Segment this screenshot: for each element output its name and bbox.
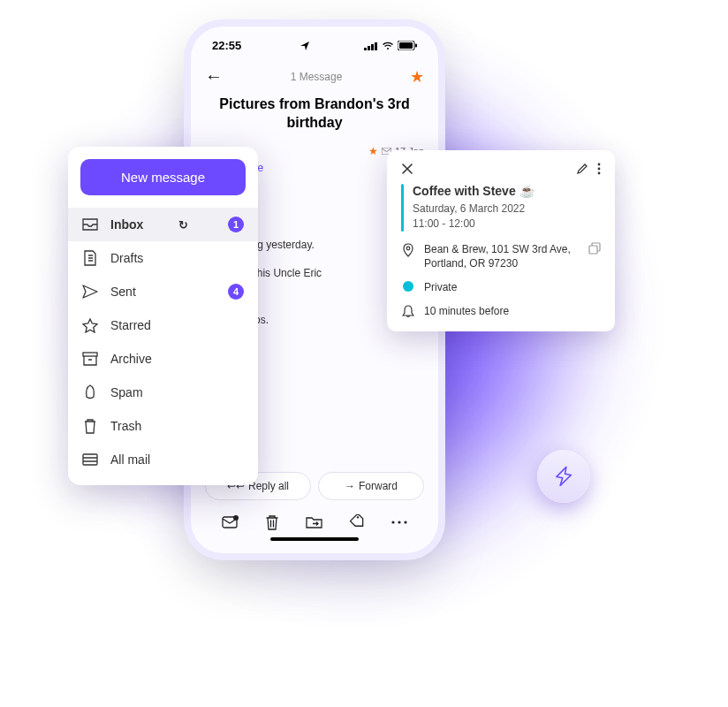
svg-rect-5 [399,42,413,49]
svg-rect-2 [371,44,374,50]
sidebar-label: Archive [110,352,152,366]
label-icon[interactable] [350,514,366,530]
archive-icon [82,351,98,367]
more-vertical-icon[interactable] [597,163,601,175]
signal-icon [364,42,378,50]
svg-point-16 [598,163,601,166]
refresh-icon[interactable]: ↻ [178,218,188,232]
svg-rect-1 [368,46,370,50]
wifi-icon [382,42,394,50]
inbox-icon [82,217,98,232]
event-location: Bean & Brew, 101 SW 3rd Ave,Portland, OR… [424,242,571,272]
svg-point-11 [392,521,395,523]
location-icon [401,243,415,257]
sent-icon [82,284,98,300]
svg-rect-6 [415,44,417,48]
sidebar-item-drafts[interactable]: Drafts [68,241,258,275]
event-date: Saturday, 6 March 2022 [413,201,535,217]
sidebar-item-spam[interactable]: Spam [68,376,258,409]
sent-badge: 4 [228,284,244,300]
sidebar-item-sent[interactable]: Sent 4 [68,275,258,308]
spam-icon [82,384,98,400]
svg-point-19 [406,247,410,250]
sidebar-item-all-mail[interactable]: All mail [68,443,258,476]
copy-icon[interactable] [588,242,601,255]
inbox-badge: 1 [228,217,244,232]
all-mail-icon [82,452,98,468]
home-indicator[interactable] [270,537,359,541]
back-button[interactable]: ← [205,66,223,87]
sidebar: New message Inbox ↻ 1 Drafts Sent 4 Star… [68,147,258,485]
svg-rect-14 [83,353,97,356]
visibility-dot-icon [401,281,415,292]
event-card: Coffee with Steve ☕ Saturday, 6 March 20… [387,150,615,331]
more-icon[interactable] [391,521,407,524]
svg-point-17 [598,168,601,171]
sidebar-label: Sent [110,285,136,299]
svg-rect-15 [83,454,97,465]
sidebar-label: Drafts [110,251,143,265]
forward-button[interactable]: →Forward [318,472,424,500]
svg-rect-3 [375,42,377,50]
edit-icon[interactable] [576,163,588,175]
svg-point-10 [356,516,359,519]
email-subject: Pictures from Brandon's 3rd birthday [210,95,419,133]
sidebar-label: Trash [110,419,141,433]
battery-icon [398,41,417,50]
event-color-bar [401,184,404,232]
event-reminder: 10 minutes before [424,304,509,319]
sidebar-item-starred[interactable]: Starred [68,308,258,342]
svg-point-18 [598,172,601,175]
event-title: Coffee with Steve ☕ [413,184,535,198]
new-message-button[interactable]: New message [80,159,246,195]
sidebar-item-archive[interactable]: Archive [68,342,258,376]
star-icon[interactable]: ★ [410,67,424,87]
message-count: 1 Message [291,71,343,83]
svg-point-9 [233,515,239,521]
svg-point-12 [398,521,401,523]
sidebar-label: All mail [110,452,150,467]
reminder-bell-icon [401,305,415,318]
trash-icon[interactable] [265,514,279,530]
svg-rect-0 [364,48,367,50]
forward-icon: → [345,480,355,492]
svg-rect-21 [589,246,597,254]
mark-unread-icon[interactable] [222,515,239,529]
move-icon[interactable] [306,515,323,529]
trash-side-icon [82,418,98,434]
sidebar-item-trash[interactable]: Trash [68,409,258,443]
sidebar-label: Spam [110,385,143,399]
sidebar-label: Inbox [110,217,143,232]
event-visibility: Private [424,280,457,295]
close-icon[interactable] [401,163,413,175]
status-bar: 22:55 [205,37,424,54]
sidebar-item-inbox[interactable]: Inbox ↻ 1 [68,208,258,241]
star-small-icon: ★ [368,145,378,157]
location-arrow-icon [300,42,309,50]
svg-point-13 [405,521,407,523]
status-time: 22:55 [212,39,241,52]
bolt-icon [553,464,574,488]
sidebar-label: Starred [110,318,151,332]
event-time: 11:00 - 12:00 [413,217,535,232]
starred-icon [82,317,98,333]
drafts-icon [82,250,98,266]
